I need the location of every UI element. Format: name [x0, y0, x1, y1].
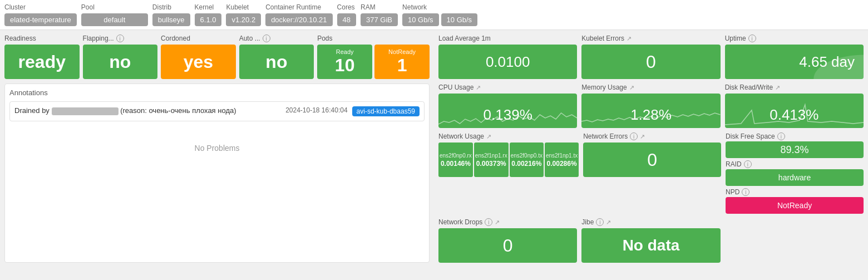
net-sub-label: ens2f1np1.tx: [546, 153, 578, 159]
auto-value: no: [239, 45, 314, 79]
flapping-card: Flapping... i no: [83, 35, 158, 79]
jibe-card: Jibe i ↗ No data: [581, 218, 720, 263]
pods-ready-value: 10: [335, 55, 355, 76]
load-avg-card: Load Average 1m 0.0100: [438, 35, 577, 79]
auto-card: Auto ... i no: [239, 35, 314, 79]
cordoned-value: yes: [161, 45, 236, 79]
pods-notready-label: NotReady: [388, 48, 416, 55]
pods-ready-label: Ready: [336, 48, 354, 55]
disk-rw-label: Disk Read/Write ↗: [725, 83, 864, 91]
network-drops-info-icon[interactable]: i: [485, 218, 492, 226]
pods-values: Ready 10 NotReady 1: [317, 45, 430, 79]
npd-info-icon[interactable]: i: [742, 188, 749, 196]
annotation-row: Drained by (reason: очень-очень плохая н…: [9, 101, 425, 121]
net-sub-label: ens2f0np0.tx: [511, 153, 542, 159]
raid-row: RAID i hardware: [726, 160, 864, 186]
net-sub-value: 0.00216%: [511, 160, 541, 168]
network-values: 10 Gb/s 10 Gb/s: [402, 13, 477, 26]
kubelet-label: Kubelet: [226, 3, 261, 11]
right-panel: Load Average 1m 0.0100 Kubelet Errors ↗ …: [434, 30, 868, 267]
jibe-ext-icon[interactable]: ↗: [606, 219, 611, 226]
cpu-ext-icon[interactable]: ↗: [476, 84, 481, 91]
net-sub-value: 0.00286%: [547, 160, 577, 168]
net-sub-label: ens2f1np1.rx: [475, 153, 507, 159]
jibe-label: Jibe i ↗: [581, 218, 720, 226]
ram-value: 377 GiB: [361, 13, 398, 26]
load-avg-value: 0.0100: [438, 45, 577, 79]
flapping-label: Flapping... i: [83, 35, 158, 42]
pods-card: Pods Ready 10 NotReady 1: [317, 35, 430, 79]
left-panel: Readiness ready Flapping... i no Cordone…: [0, 30, 434, 267]
net-sub-card: ens2f0np0.rx0.00146%: [438, 143, 473, 177]
cpu-usage-value-box: 0.139%: [438, 94, 577, 128]
npd-value: NotReady: [726, 197, 864, 214]
container-runtime-value: docker://20.10.21: [265, 13, 332, 26]
uptime-value-box: 4.65 day: [725, 45, 864, 79]
annotation-tag: avi-sd-kub-dbaas59: [352, 106, 420, 116]
memory-usage-label: Memory Usage ↗: [581, 83, 720, 91]
disk-rw-card: Disk Read/Write ↗ 0.413%: [725, 83, 864, 128]
network-drops-ext-icon[interactable]: ↗: [495, 219, 500, 226]
pool-item: Pool default: [81, 3, 148, 26]
distrib-value: bullseye: [152, 13, 190, 26]
network-item: Network 10 Gb/s 10 Gb/s: [402, 3, 477, 26]
pods-ready-card: Ready 10: [317, 45, 372, 79]
network-sub-grid: ens2f0np0.rx0.00146%ens2f1np1.rx0.00373%…: [438, 143, 579, 177]
annotation-text: Drained by (reason: очень-очень плохая н…: [14, 106, 281, 115]
kernel-label: Kernel: [195, 3, 222, 11]
kernel-value: 6.1.0: [195, 13, 222, 26]
memory-ext-icon[interactable]: ↗: [629, 84, 634, 91]
kubelet-errors-label: Kubelet Errors ↗: [581, 35, 720, 42]
readiness-card: Readiness ready: [4, 35, 80, 79]
network-errors-info-icon[interactable]: i: [630, 132, 638, 140]
network-drops-value: 0: [438, 228, 577, 263]
raid-info-icon[interactable]: i: [744, 160, 752, 168]
network-value2: 10 Gb/s: [441, 13, 478, 26]
annotation-meta: 2024-10-18 16:40:04: [285, 106, 347, 114]
cluster-item: Cluster elated-temperature: [4, 3, 77, 26]
network-usage-label: Network Usage ↗: [438, 132, 579, 140]
network-errors-ext-icon[interactable]: ↗: [640, 133, 645, 140]
metrics-row4: Network Drops i ↗ 0 Jibe i ↗ No data: [438, 218, 864, 263]
cpu-usage-label: CPU Usage ↗: [438, 83, 577, 91]
cpu-usage-value: 0.139%: [484, 106, 532, 124]
metrics-row1: Load Average 1m 0.0100 Kubelet Errors ↗ …: [438, 35, 864, 79]
ram-label: RAM: [361, 3, 398, 11]
auto-info-icon[interactable]: i: [263, 35, 270, 42]
memory-usage-value-box: 1.28%: [581, 94, 720, 128]
readiness-label: Readiness: [4, 35, 80, 42]
disk-free-info-icon[interactable]: i: [777, 132, 785, 140]
network-usage-ext-icon[interactable]: ↗: [486, 133, 491, 140]
network-label: Network: [402, 3, 477, 11]
flapping-info-icon[interactable]: i: [116, 35, 124, 42]
pods-notready-card: NotReady 1: [374, 45, 430, 79]
net-sub-card: ens2f1np1.tx0.00286%: [545, 143, 579, 177]
network-errors-card: Network Errors i ↗ 0: [583, 132, 721, 214]
net-sub-card: ens2f1np1.rx0.00373%: [474, 143, 509, 177]
cordoned-label: Cordoned: [161, 35, 236, 42]
uptime-value: 4.65 day: [799, 53, 855, 71]
kubelet-errors-value: 0: [581, 45, 720, 79]
disk-free-stacked: Disk Free Space i 89.3% RAID i hardware …: [726, 132, 864, 214]
annotations-title: Annotations: [9, 89, 425, 97]
network-drops-card: Network Drops i ↗ 0: [438, 218, 577, 263]
main-content: Readiness ready Flapping... i no Cordone…: [0, 30, 868, 267]
cores-value: 48: [337, 13, 356, 26]
raid-label: RAID i: [726, 160, 864, 168]
kubelet-item: Kubelet v1.20.2: [226, 3, 261, 26]
npd-label: NPD i: [726, 188, 864, 196]
raid-value: hardware: [726, 169, 864, 186]
status-row: Readiness ready Flapping... i no Cordone…: [4, 35, 430, 79]
network-errors-label: Network Errors i ↗: [583, 132, 721, 140]
disk-rw-ext-icon[interactable]: ↗: [775, 84, 780, 91]
container-runtime-label: Container Runtime: [265, 3, 332, 11]
cpu-usage-card: CPU Usage ↗ 0.139%: [438, 83, 577, 128]
cluster-value: elated-temperature: [4, 13, 77, 26]
distrib-label: Distrib: [152, 3, 190, 11]
external-link-icon[interactable]: ↗: [627, 35, 632, 42]
memory-usage-card: Memory Usage ↗ 1.28%: [581, 83, 720, 128]
uptime-info-icon[interactable]: i: [748, 35, 756, 42]
network-value1: 10 Gb/s: [402, 13, 439, 26]
jibe-info-icon[interactable]: i: [596, 218, 604, 226]
disk-free-label: Disk Free Space i: [726, 132, 864, 140]
